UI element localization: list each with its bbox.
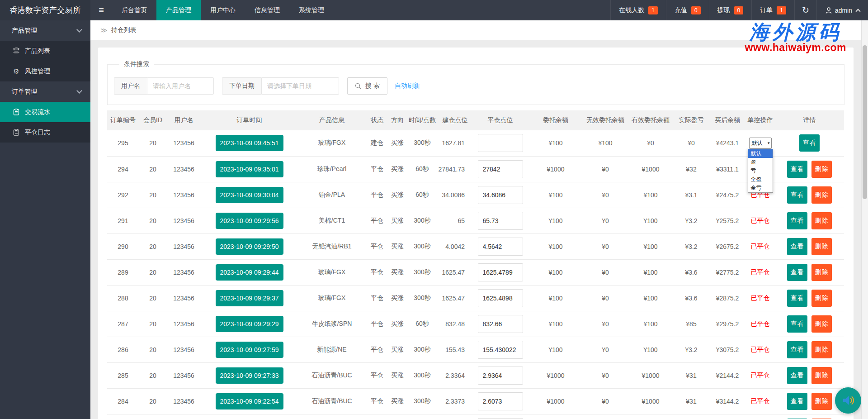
username-cell: 123456	[167, 414, 201, 419]
select-option[interactable]: 全盈	[748, 175, 773, 184]
order-time-button[interactable]: 2023-10-09 09:29:29	[216, 316, 283, 332]
product-cell: 美棉/CT1	[298, 208, 366, 233]
scrollbar-thumb[interactable]	[863, 45, 867, 199]
single-control-select[interactable]: 默认▾	[749, 138, 772, 149]
view-button[interactable]: 查看	[787, 212, 807, 229]
delete-button[interactable]: 删除	[811, 161, 832, 178]
view-button[interactable]: 查看	[799, 134, 820, 152]
order-time-button[interactable]: 2023-10-09 09:29:56	[216, 213, 283, 229]
select-option[interactable]: 默认	[748, 149, 773, 158]
stat-online-users[interactable]: 在线人数 1	[610, 0, 666, 20]
view-button[interactable]: 查看	[787, 186, 807, 204]
duration-cell: 60秒	[406, 156, 438, 182]
sidebar-item-risk-control[interactable]: ⚙ 风控管理	[0, 61, 90, 81]
close-point-input[interactable]	[478, 367, 523, 385]
direction-cell: 买涨	[388, 285, 406, 311]
delete-button[interactable]: 删除	[811, 264, 832, 281]
close-point-input[interactable]	[478, 263, 523, 281]
single-control-cell: 已平仓	[745, 233, 775, 259]
product-cell: 珍珠/Pearl	[298, 156, 366, 182]
order-time-button[interactable]: 2023-10-09 09:29:37	[216, 290, 283, 306]
delete-button[interactable]: 删除	[811, 290, 832, 307]
close-point-input[interactable]	[478, 315, 523, 333]
sound-toggle-button[interactable]	[835, 387, 861, 414]
entrust-balance-cell: ¥1000	[528, 388, 583, 414]
order-time-button[interactable]: 2023-10-09 09:29:50	[216, 238, 283, 255]
direction-cell: 买涨	[388, 156, 406, 182]
search-panel: 条件搜索 用户名 下单日期 搜 索 自动刷新	[107, 60, 844, 105]
refresh-icon[interactable]: ↻	[794, 0, 816, 20]
vertical-scrollbar[interactable]	[861, 20, 868, 419]
view-button[interactable]: 查看	[787, 161, 807, 178]
close-point-input[interactable]	[478, 134, 523, 152]
view-button[interactable]: 查看	[787, 315, 807, 333]
delete-button[interactable]: 删除	[811, 393, 832, 410]
nav-item-dashboard[interactable]: 后台首页	[112, 0, 156, 20]
order-row: 294201234562023-10-09 09:35:01珍珠/Pearl平仓…	[107, 156, 844, 182]
stat-deposits[interactable]: 充值 0	[666, 0, 709, 20]
close-point-input[interactable]	[478, 212, 523, 230]
sidebar-item-product-list[interactable]: 产品列表	[0, 41, 90, 61]
entrust-balance-cell: ¥100	[528, 182, 583, 208]
nav-item-users[interactable]: 用户中心	[201, 0, 245, 20]
count-badge: 1	[777, 6, 786, 14]
delete-button[interactable]: 删除	[811, 341, 832, 358]
stat-withdrawals[interactable]: 提现 0	[709, 0, 752, 20]
username-input[interactable]	[147, 77, 214, 95]
view-button[interactable]: 查看	[787, 341, 807, 358]
sidebar-group-products[interactable]: 产品管理	[0, 20, 90, 41]
order-id-cell: 291	[107, 208, 139, 233]
order-time-button[interactable]: 2023-10-09 09:22:54	[216, 393, 283, 409]
member-id-cell: 20	[139, 156, 167, 182]
close-point-input[interactable]	[478, 392, 523, 410]
order-date-input[interactable]	[261, 77, 339, 95]
auto-refresh-link[interactable]: 自动刷新	[395, 82, 420, 90]
admin-menu[interactable]: admin	[816, 0, 868, 20]
nav-item-products[interactable]: 产品管理	[156, 0, 201, 20]
order-time-button[interactable]: 2023-10-09 09:35:01	[216, 161, 283, 177]
search-button[interactable]: 搜 索	[347, 77, 387, 95]
delete-button[interactable]: 删除	[811, 367, 832, 384]
select-option[interactable]: 全亏	[748, 184, 773, 192]
username-cell: 123456	[167, 362, 201, 388]
view-button[interactable]: 查看	[787, 393, 807, 410]
view-button[interactable]: 查看	[787, 367, 807, 384]
delete-button[interactable]: 删除	[811, 315, 832, 333]
view-button[interactable]: 查看	[787, 264, 807, 281]
sidebar-item-trade-flow[interactable]: 交易流水	[0, 102, 90, 122]
order-time-button[interactable]: 2023-10-09 09:30:04	[216, 187, 283, 203]
view-button[interactable]: 查看	[787, 290, 807, 307]
order-time-cell: 2023-10-09 09:35:01	[201, 156, 298, 182]
stat-orders[interactable]: 订单 1	[751, 0, 794, 20]
order-time-button[interactable]: 2023-10-09 09:27:33	[216, 367, 283, 384]
hamburger-icon[interactable]: ≡	[90, 0, 112, 20]
nav-item-info[interactable]: 信息管理	[245, 0, 289, 20]
order-time-button[interactable]: 2023-10-09 09:27:59	[216, 342, 283, 358]
closed-status-label: 已平仓	[751, 217, 770, 224]
order-id-cell: 285	[107, 362, 139, 388]
order-time-button[interactable]: 2023-10-09 09:29:44	[216, 264, 283, 281]
nav-item-system[interactable]: 系统管理	[289, 0, 334, 20]
delete-button[interactable]: 删除	[811, 186, 832, 204]
sidebar-group-label: 产品管理	[12, 27, 77, 35]
select-option[interactable]: 亏	[748, 167, 773, 175]
select-option[interactable]: 盈	[748, 158, 773, 167]
view-button[interactable]: 查看	[787, 238, 807, 255]
sidebar-group-orders[interactable]: 订单管理	[0, 81, 90, 102]
valid-entrust-cell: ¥100	[628, 233, 673, 259]
close-point-input[interactable]	[478, 341, 523, 359]
direction-cell: 买涨	[388, 311, 406, 337]
app-logo: 香港数字资产交易所	[0, 0, 90, 20]
close-point-input[interactable]	[478, 238, 523, 256]
close-point-input[interactable]	[478, 289, 523, 307]
product-cell: 牛皮纸浆/SPN	[298, 311, 366, 337]
delete-button[interactable]: 删除	[811, 212, 832, 229]
order-time-button[interactable]: 2023-10-09 09:45:51	[216, 135, 283, 151]
close-point-input[interactable]	[478, 186, 523, 204]
delete-button[interactable]: 删除	[811, 238, 832, 255]
chevron-down-icon: ▾	[768, 141, 770, 145]
detail-actions-cell: 查看删除	[775, 156, 844, 182]
sidebar-item-close-log[interactable]: 平仓日志	[0, 122, 90, 143]
close-point-input[interactable]	[478, 160, 523, 178]
count-badge: 0	[691, 6, 701, 14]
